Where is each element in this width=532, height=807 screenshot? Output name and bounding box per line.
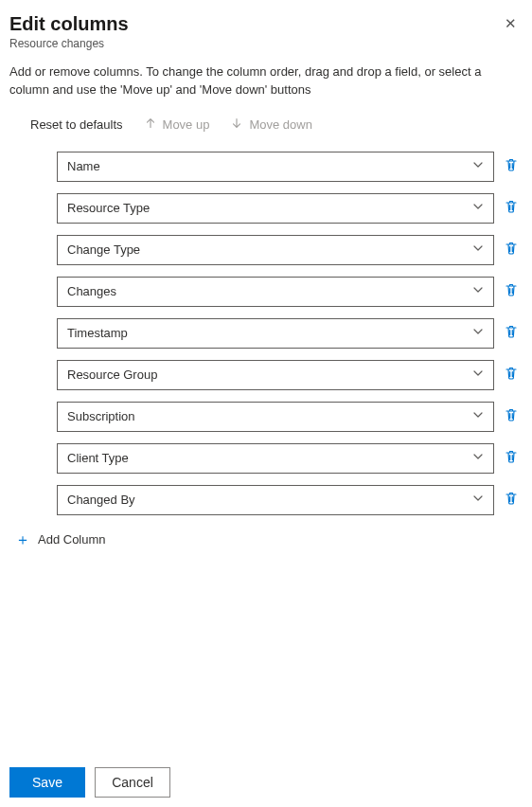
column-select-label: Changed By xyxy=(67,493,135,507)
delete-column-button[interactable] xyxy=(504,407,521,425)
plus-icon: ＋ xyxy=(15,532,30,547)
column-row: Change Type xyxy=(57,235,521,265)
chevron-down-icon xyxy=(472,493,484,507)
save-label: Save xyxy=(32,775,62,790)
column-select-label: Changes xyxy=(67,284,116,298)
panel-subtitle: Resource changes xyxy=(9,37,129,50)
column-row: Changed By xyxy=(57,485,521,515)
trash-icon xyxy=(504,199,519,217)
delete-column-button[interactable] xyxy=(504,199,521,217)
move-down-label: Move down xyxy=(249,117,311,132)
column-select[interactable]: Changed By xyxy=(57,485,494,515)
column-select[interactable]: Timestamp xyxy=(57,318,494,349)
panel-description: Add or remove columns. To change the col… xyxy=(9,63,523,99)
column-select[interactable]: Change Type xyxy=(57,235,494,265)
reset-defaults-button[interactable]: Reset to defaults xyxy=(30,117,123,132)
column-select-label: Name xyxy=(67,159,100,173)
column-select-label: Resource Type xyxy=(67,201,150,215)
panel-title: Edit columns xyxy=(9,13,129,35)
column-select[interactable]: Resource Group xyxy=(57,360,494,390)
column-select-label: Change Type xyxy=(67,242,140,257)
delete-column-button[interactable] xyxy=(504,241,521,259)
chevron-down-icon xyxy=(472,201,484,215)
trash-icon xyxy=(504,491,519,509)
column-row: Resource Type xyxy=(57,193,521,224)
column-select[interactable]: Name xyxy=(57,152,494,182)
move-down-button[interactable]: Move down xyxy=(230,117,311,133)
close-button[interactable]: ✕ xyxy=(499,13,523,34)
save-button[interactable]: Save xyxy=(9,767,85,798)
arrow-up-icon xyxy=(144,117,157,133)
cancel-label: Cancel xyxy=(112,775,153,790)
footer: Save Cancel xyxy=(9,767,170,798)
trash-icon xyxy=(504,282,519,300)
column-select-label: Subscription xyxy=(67,409,135,423)
panel-header: Edit columns Resource changes ✕ xyxy=(9,13,523,50)
column-row: Client Type xyxy=(57,443,521,474)
delete-column-button[interactable] xyxy=(504,449,521,467)
close-icon: ✕ xyxy=(505,15,517,31)
trash-icon xyxy=(504,366,519,384)
delete-column-button[interactable] xyxy=(504,366,521,384)
column-list: NameResource TypeChange TypeChangesTimes… xyxy=(9,152,523,515)
delete-column-button[interactable] xyxy=(504,282,521,300)
reset-defaults-label: Reset to defaults xyxy=(30,117,123,132)
trash-icon xyxy=(504,157,519,175)
move-up-label: Move up xyxy=(163,117,210,132)
column-row: Name xyxy=(57,152,521,182)
delete-column-button[interactable] xyxy=(504,324,521,342)
column-select[interactable]: Changes xyxy=(57,277,494,307)
trash-icon xyxy=(504,449,519,467)
chevron-down-icon xyxy=(472,284,484,298)
chevron-down-icon xyxy=(472,409,484,423)
chevron-down-icon xyxy=(472,326,484,340)
arrow-down-icon xyxy=(230,117,243,133)
chevron-down-icon xyxy=(472,451,484,465)
add-column-label: Add Column xyxy=(38,532,106,547)
trash-icon xyxy=(504,407,519,425)
header-text: Edit columns Resource changes xyxy=(9,13,129,50)
column-row: Timestamp xyxy=(57,318,521,349)
trash-icon xyxy=(504,241,519,259)
column-select-label: Client Type xyxy=(67,451,129,465)
chevron-down-icon xyxy=(472,368,484,382)
column-select-label: Timestamp xyxy=(67,326,128,340)
column-select[interactable]: Resource Type xyxy=(57,193,494,224)
trash-icon xyxy=(504,324,519,342)
column-row: Changes xyxy=(57,277,521,307)
column-row: Resource Group xyxy=(57,360,521,390)
chevron-down-icon xyxy=(472,242,484,257)
add-column-button[interactable]: ＋ Add Column xyxy=(15,532,106,547)
column-row: Subscription xyxy=(57,402,521,432)
chevron-down-icon xyxy=(472,159,484,173)
column-select[interactable]: Client Type xyxy=(57,443,494,474)
column-select[interactable]: Subscription xyxy=(57,402,494,432)
cancel-button[interactable]: Cancel xyxy=(95,767,170,798)
move-up-button[interactable]: Move up xyxy=(144,117,210,133)
delete-column-button[interactable] xyxy=(504,491,521,509)
toolbar: Reset to defaults Move up Move down xyxy=(9,117,523,133)
column-select-label: Resource Group xyxy=(67,368,157,382)
delete-column-button[interactable] xyxy=(504,157,521,175)
